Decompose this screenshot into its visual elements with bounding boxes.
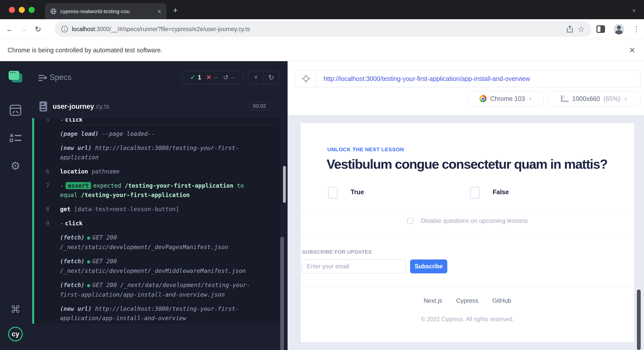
specs-scrollbar-thumb[interactable] <box>283 166 286 203</box>
rerun-icon[interactable]: ↻ <box>264 71 279 84</box>
log-segment-dash: - <box>60 220 64 227</box>
answer-option-true[interactable]: True <box>328 187 364 199</box>
app-iframe: UNLOCK THE NEXT LESSON Vestibulum congue… <box>301 123 634 342</box>
specs-list-icon[interactable] <box>38 74 48 82</box>
log-entry-number: 5 <box>34 118 52 124</box>
profile-avatar[interactable] <box>614 24 624 34</box>
log-segment-cmd: click <box>65 118 83 123</box>
address-url[interactable]: localhost:3000/__/#/specs/runner?file=cy… <box>72 26 562 33</box>
share-icon[interactable] <box>566 25 573 33</box>
command-icon: ⌘ <box>10 303 21 315</box>
collapse-chevron-icon[interactable]: ˅ <box>248 71 264 84</box>
aut-scrollbar-thumb[interactable] <box>637 290 641 350</box>
section-divider <box>301 287 634 288</box>
log-entry[interactable]: (new url) http://localhost:3000/testing-… <box>34 304 280 323</box>
disable-questions-checkbox[interactable] <box>407 218 413 224</box>
footer-link[interactable]: Cypress <box>456 297 478 304</box>
log-entry[interactable]: (new url) http://localhost:3000/testing-… <box>34 143 280 162</box>
browser-selector[interactable]: Chrome 103 ∨ <box>468 91 544 106</box>
viewport-scale: (65%) <box>603 95 620 102</box>
minimize-window-button[interactable] <box>19 7 25 13</box>
subscribe-button[interactable]: Subscribe <box>410 259 447 273</box>
log-entry[interactable]: 9-click <box>34 219 280 228</box>
sidebar-item-runs[interactable] <box>0 134 31 143</box>
chevron-down-icon: ∨ <box>529 96 532 102</box>
aut-url-bar[interactable]: http://localhost:3000/testing-your-first… <box>295 70 640 87</box>
log-entry[interactable]: 8get [data-test=next-lesson-button] <box>34 205 280 214</box>
log-segment-cmd: location <box>60 168 88 175</box>
log-entry[interactable]: (fetch)●GET 200 /_next/static/developmen… <box>34 257 280 276</box>
section-divider <box>301 235 634 236</box>
side-panel-icon[interactable] <box>596 25 605 33</box>
new-tab-button[interactable]: + <box>173 7 178 13</box>
log-scrollbar-thumb[interactable] <box>280 237 284 350</box>
footer-link[interactable]: GitHub <box>492 297 511 304</box>
maximize-window-button[interactable] <box>29 7 35 13</box>
passed-count: 1 <box>198 74 201 81</box>
log-segment-cmd: get <box>60 206 71 212</box>
spec-file-row[interactable]: user-journey.cy.ts 00:02 <box>31 99 288 114</box>
log-entry-content: -click <box>60 118 261 124</box>
log-entry[interactable]: 5-click <box>34 118 280 124</box>
automation-banner-text: Chrome is being controlled by automated … <box>8 47 162 54</box>
test-stats: ✓ 1 ✕ -- ↺ -- <box>182 71 243 84</box>
false-checkbox[interactable] <box>470 187 479 199</box>
log-segment-atext: expected <box>93 182 125 189</box>
log-entry[interactable]: 7-assertexpected /testing-your-first-app… <box>34 181 280 200</box>
cypress-user-logo[interactable]: cy <box>0 327 31 341</box>
log-segment-abold: /testing-your-first-application <box>81 192 190 198</box>
command-log-entries: 5-click(page load) --page loaded--(new u… <box>34 118 280 324</box>
gear-icon: ⚙ <box>10 159 20 172</box>
answer-option-false[interactable]: False <box>470 187 509 199</box>
log-entry[interactable]: (page load) --page loaded-- <box>34 129 280 139</box>
back-button[interactable]: ← <box>3 25 17 33</box>
log-segment-badge: assert <box>66 182 91 189</box>
selector-playground-button[interactable] <box>295 70 317 87</box>
tab-close-icon[interactable]: × <box>157 8 161 15</box>
passed-check-icon: ✓ <box>190 74 195 81</box>
banner-close-icon[interactable]: ✕ <box>629 46 635 55</box>
lesson-eyebrow: UNLOCK THE NEXT LESSON <box>327 146 404 152</box>
reporter-panel: Specs ✓ 1 ✕ -- ↺ -- ˅ ↻ user-journey.cy.… <box>31 61 288 350</box>
bookmark-star-icon[interactable]: ☆ <box>577 24 585 34</box>
address-bar[interactable]: i localhost:3000/__/#/specs/runner?file=… <box>55 21 591 37</box>
true-checkbox[interactable] <box>328 187 337 199</box>
copyright-text: © 2022 Cypress. All rights reserved. <box>301 316 634 323</box>
sidebar-item-settings[interactable]: ⚙ <box>0 159 31 172</box>
log-entry-content: (fetch)●GET 200 /_next/data/development/… <box>60 280 261 299</box>
log-entry-number: 6 <box>34 167 52 176</box>
keyboard-shortcuts-button[interactable]: ⌘ <box>0 303 31 315</box>
log-entry[interactable]: 6location pathname <box>34 167 280 176</box>
sidebar-item-specs[interactable] <box>0 105 31 116</box>
log-segment-evtext: --page loaded-- <box>98 130 155 137</box>
email-input[interactable] <box>302 259 406 273</box>
cypress-app-logo-icon[interactable] <box>0 71 31 82</box>
close-window-button[interactable] <box>9 7 15 13</box>
menu-kebab-icon[interactable]: ⋮ <box>633 25 640 33</box>
sidebar-divider <box>0 93 31 93</box>
aut-url[interactable]: http://localhost:3000/testing-your-first… <box>324 75 530 82</box>
chevron-down-icon: ∨ <box>624 96 628 102</box>
pending-icon: ↺ <box>223 74 229 81</box>
log-entry-number: 7 <box>34 181 52 200</box>
footer-link[interactable]: Next.js <box>424 297 442 304</box>
automation-banner: Chrome is being controlled by automated … <box>0 39 644 61</box>
browser-tab[interactable]: cypress-realworld-testing-cou × <box>45 3 166 19</box>
log-segment-dash: - <box>60 182 64 189</box>
forward-button: → <box>17 25 31 33</box>
disable-questions-row[interactable]: Disable questions on upcoming lessons <box>301 217 634 224</box>
viewport-selector[interactable]: 1000x660 (65%) ∨ <box>548 91 640 106</box>
log-entry-content: (new url) http://localhost:3000/testing-… <box>60 304 261 323</box>
tab-search-chevron-icon[interactable]: ˅ <box>632 8 636 14</box>
log-segment-ev: (fetch) <box>60 258 85 265</box>
log-entry-number <box>34 304 52 323</box>
site-info-icon[interactable]: i <box>61 26 68 32</box>
subscribe-heading: SUBSCRIBE FOR UPDATES <box>302 249 372 255</box>
section-divider <box>301 212 634 212</box>
log-segment-ev: (new url) <box>60 305 92 312</box>
aut-topbar: http://localhost:3000/testing-your-first… <box>288 61 644 115</box>
reload-button[interactable]: ↻ <box>31 25 45 34</box>
log-entry[interactable]: (fetch)●GET 200 /_next/data/development/… <box>34 280 280 299</box>
aut-panel: http://localhost:3000/testing-your-first… <box>288 61 644 350</box>
log-entry[interactable]: (fetch)●GET 200 /_next/static/developmen… <box>34 233 280 252</box>
